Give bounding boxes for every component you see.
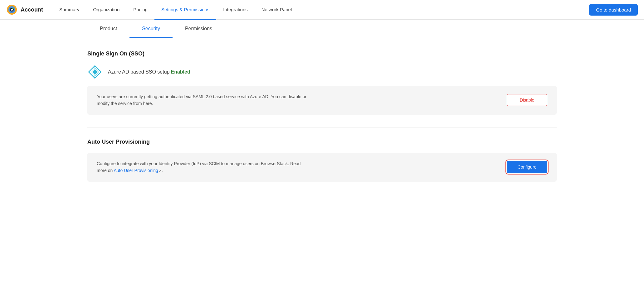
auto-provisioning-title: Auto User Provisioning (87, 139, 557, 145)
nav-links: Summary Organization Pricing Settings & … (52, 0, 589, 20)
sso-section: Single Sign On (SSO) Azure AD based SSO … (87, 50, 557, 115)
auto-provisioning-info-text: Configure to integrate with your Identit… (97, 160, 309, 174)
nav-pricing[interactable]: Pricing (126, 0, 154, 20)
nav-settings-permissions[interactable]: Settings & Permissions (154, 0, 216, 20)
tab-product[interactable]: Product (87, 20, 129, 38)
nav-integrations[interactable]: Integrations (216, 0, 254, 20)
external-link-icon: ↗ (159, 168, 162, 174)
nav-summary[interactable]: Summary (52, 0, 86, 20)
nav-network-panel[interactable]: Network Panel (255, 0, 299, 20)
auto-provisioning-link[interactable]: Auto User Provisioning (114, 168, 158, 173)
sub-tabs: Product Security Permissions (87, 20, 557, 38)
main-content: Single Sign On (SSO) Azure AD based SSO … (0, 38, 644, 304)
nav-organization[interactable]: Organization (86, 0, 126, 20)
sso-status: Enabled (171, 69, 190, 74)
sso-provider-label: Azure AD based SSO setupEnabled (108, 69, 190, 75)
tab-security[interactable]: Security (129, 20, 173, 38)
disable-button[interactable]: Disable (507, 94, 547, 106)
sso-info-text: Your users are currently getting authent… (97, 93, 309, 107)
section-divider (87, 127, 557, 127)
brand: Account (6, 4, 43, 15)
svg-point-4 (11, 9, 13, 11)
sso-info-box: Your users are currently getting authent… (87, 86, 557, 115)
sso-provider-row: Azure AD based SSO setupEnabled (87, 65, 557, 79)
azure-ad-icon (87, 65, 102, 79)
navbar: Account Summary Organization Pricing Set… (0, 0, 644, 20)
auto-provisioning-section: Auto User Provisioning Configure to inte… (87, 139, 557, 182)
brand-logo (6, 4, 17, 15)
svg-point-5 (12, 8, 14, 9)
sub-tabs-container: Product Security Permissions (0, 20, 644, 38)
configure-button[interactable]: Configure (507, 161, 547, 173)
tab-permissions[interactable]: Permissions (173, 20, 225, 38)
go-to-dashboard-button[interactable]: Go to dashboard (589, 4, 638, 16)
sso-section-title: Single Sign On (SSO) (87, 50, 557, 57)
brand-name: Account (21, 7, 43, 13)
auto-provisioning-info-box: Configure to integrate with your Identit… (87, 153, 557, 182)
